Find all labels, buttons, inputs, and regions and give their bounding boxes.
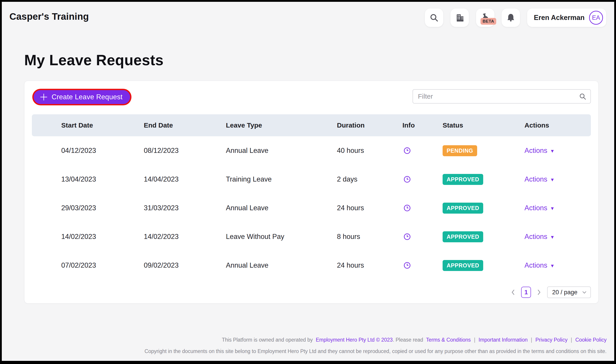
filter-search-icon[interactable] <box>579 92 587 101</box>
search-icon <box>429 13 439 23</box>
status-badge: APPROVED <box>442 260 483 271</box>
topbar-actions: BETA Eren Ackerman EA <box>425 9 606 27</box>
col-end-date: End Date <box>144 121 226 129</box>
actions-dropdown[interactable]: Actions ▼ <box>524 261 555 269</box>
cell-end-date: 31/03/2023 <box>144 204 226 212</box>
col-leave-type: Leave Type <box>226 121 337 129</box>
cell-duration: 2 days <box>337 175 402 183</box>
chevron-down-icon: ▼ <box>550 262 555 269</box>
col-actions: Actions <box>524 121 591 129</box>
building-icon <box>455 13 465 23</box>
chevron-right-icon <box>537 289 541 296</box>
create-leave-request-label: Create Leave Request <box>52 93 122 101</box>
info-clock-icon[interactable] <box>403 233 411 240</box>
search-button[interactable] <box>425 9 443 27</box>
page-size-select[interactable]: 20 / page <box>547 286 591 298</box>
table-row: 04/12/2023 08/12/2023 Annual Leave 40 ho… <box>32 136 591 165</box>
leave-requests-table: Start Date End Date Leave Type Duration … <box>32 114 591 280</box>
important-information-link[interactable]: Important Information <box>479 337 528 343</box>
info-clock-icon[interactable] <box>403 204 411 212</box>
table-row: 14/02/2023 14/02/2023 Leave Without Pay … <box>32 222 591 251</box>
actions-label: Actions <box>524 147 547 155</box>
cell-duration: 24 hours <box>337 204 402 212</box>
actions-dropdown[interactable]: Actions ▼ <box>524 175 555 183</box>
status-badge: APPROVED <box>442 231 483 242</box>
cell-start-date: 07/02/2023 <box>61 261 144 269</box>
cell-duration: 40 hours <box>337 147 402 155</box>
filter-field <box>413 89 591 104</box>
chevron-down-icon: ▼ <box>550 205 555 211</box>
cell-leave-type: Leave Without Pay <box>226 233 337 241</box>
chevron-down-icon: ▼ <box>550 176 555 182</box>
status-badge: APPROVED <box>442 174 483 185</box>
cookie-policy-link[interactable]: Cookie Policy <box>576 337 607 343</box>
bell-icon <box>506 13 516 23</box>
cell-leave-type: Training Leave <box>226 175 337 183</box>
cell-start-date: 13/04/2023 <box>61 175 144 183</box>
next-page-button[interactable] <box>536 288 542 297</box>
notifications-button[interactable] <box>502 9 520 27</box>
footer-separator: | <box>474 337 475 343</box>
top-bar: Casper's Training <box>2 2 614 35</box>
cell-leave-type: Annual Leave <box>226 147 337 155</box>
col-info: Info <box>402 121 442 129</box>
user-name: Eren Ackerman <box>534 14 585 22</box>
cell-start-date: 29/03/2023 <box>61 204 144 212</box>
cell-leave-type: Annual Leave <box>226 261 337 269</box>
table-row: 07/02/2023 09/02/2023 Annual Leave 24 ho… <box>32 251 591 280</box>
plus-icon <box>40 93 48 101</box>
cell-start-date: 04/12/2023 <box>61 147 144 155</box>
screen: Casper's Training <box>0 0 616 364</box>
page-title: My Leave Requests <box>24 52 163 69</box>
cell-start-date: 14/02/2023 <box>61 233 144 241</box>
cell-end-date: 08/12/2023 <box>144 147 226 155</box>
chevron-left-icon <box>511 289 515 296</box>
avatar: EA <box>589 11 603 25</box>
status-badge: APPROVED <box>442 203 483 214</box>
actions-dropdown[interactable]: Actions ▼ <box>524 147 555 155</box>
col-start-date: Start Date <box>61 121 144 129</box>
table-header-row: Start Date End Date Leave Type Duration … <box>32 114 591 136</box>
actions-label: Actions <box>524 261 547 269</box>
filter-input[interactable] <box>413 89 591 104</box>
employment-hero-link[interactable]: Employment Hero Pty Ltd © 2023 <box>316 337 393 343</box>
footer-separator: | <box>571 337 572 343</box>
chevron-down-icon <box>582 291 586 294</box>
footer-middle: . Please read <box>393 337 423 343</box>
create-leave-request-button[interactable]: Create Leave Request <box>34 90 130 104</box>
current-page-button[interactable]: 1 <box>521 287 531 298</box>
company-button[interactable] <box>450 9 469 27</box>
page-size-value: 20 / page <box>552 289 577 296</box>
actions-dropdown[interactable]: Actions ▼ <box>524 233 555 241</box>
cell-duration: 8 hours <box>337 233 402 241</box>
info-clock-icon[interactable] <box>403 261 411 269</box>
table-row: 29/03/2023 31/03/2023 Annual Leave 24 ho… <box>32 194 591 222</box>
terms-conditions-link[interactable]: Terms & Conditions <box>426 337 471 343</box>
prev-page-button[interactable] <box>510 288 516 297</box>
beta-features-button[interactable]: BETA <box>476 9 495 27</box>
cell-duration: 24 hours <box>337 261 402 269</box>
privacy-policy-link[interactable]: Privacy Policy <box>536 337 568 343</box>
cell-end-date: 14/04/2023 <box>144 175 226 183</box>
cell-end-date: 14/02/2023 <box>144 233 226 241</box>
pagination: 1 20 / page <box>32 286 591 298</box>
chevron-down-icon: ▼ <box>550 147 555 154</box>
col-status: Status <box>442 121 524 129</box>
footer: This Platform is owned and operated by E… <box>145 334 607 358</box>
info-clock-icon[interactable] <box>403 147 411 155</box>
actions-dropdown[interactable]: Actions ▼ <box>524 204 555 212</box>
actions-label: Actions <box>524 204 547 212</box>
leave-requests-card: Create Leave Request Start Date End Date… <box>24 81 599 303</box>
footer-prefix: This Platform is owned and operated by <box>222 337 313 343</box>
actions-label: Actions <box>524 175 547 183</box>
card-toolbar: Create Leave Request <box>32 89 591 105</box>
info-clock-icon[interactable] <box>403 176 411 183</box>
status-badge: PENDING <box>442 145 477 156</box>
actions-label: Actions <box>524 233 547 241</box>
chevron-down-icon: ▼ <box>550 234 555 240</box>
footer-copyright: Copyright in the documents on this site … <box>145 346 607 357</box>
user-menu[interactable]: Eren Ackerman EA <box>527 9 606 27</box>
footer-separator: | <box>531 337 532 343</box>
col-duration: Duration <box>337 121 402 129</box>
footer-legal-line: This Platform is owned and operated by E… <box>145 334 607 346</box>
